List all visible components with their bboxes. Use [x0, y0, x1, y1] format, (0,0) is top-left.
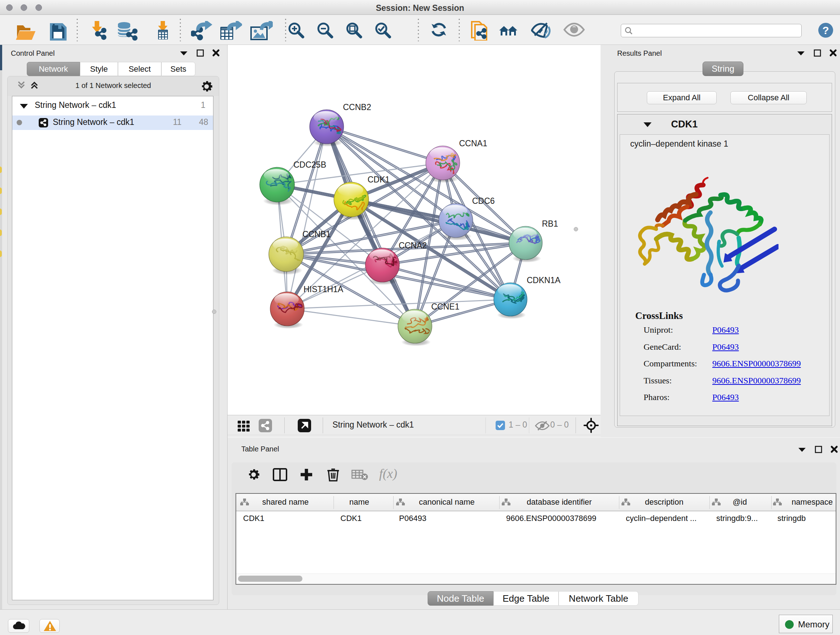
svg-text:HIST1H1A: HIST1H1A [303, 285, 344, 294]
svg-text:RB1: RB1 [542, 219, 558, 228]
svg-text:CCNB1: CCNB1 [302, 230, 331, 239]
svg-text:CCNB2: CCNB2 [343, 103, 371, 112]
svg-text:CDK1: CDK1 [368, 175, 390, 184]
svg-text:CDC6: CDC6 [472, 196, 495, 206]
svg-text:CDKN1A: CDKN1A [527, 276, 561, 285]
svg-text:CDC25B: CDC25B [294, 160, 326, 169]
svg-text:CCNA1: CCNA1 [459, 139, 487, 148]
svg-text:CCNE1: CCNE1 [431, 302, 459, 311]
svg-text:CCNA2: CCNA2 [399, 241, 427, 250]
